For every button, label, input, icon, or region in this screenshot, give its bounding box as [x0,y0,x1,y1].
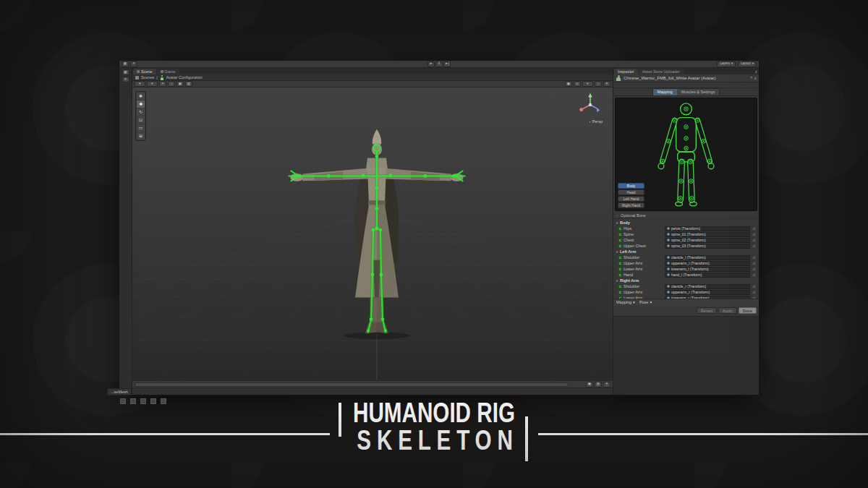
view-menu-icon[interactable]: ≡ [603,81,610,87]
object-picker-icon[interactable]: ⊙ [752,267,757,271]
object-picker-icon[interactable]: ⊙ [752,238,757,242]
bone-object-value: clavicle_l (Transform) [671,255,706,260]
bone-object-field[interactable]: clavicle_r (Transform) [665,284,750,289]
avatar-gizmo-icon[interactable]: ◎ [574,81,581,87]
bone-object-field[interactable]: lowerarm_l (Transform) [665,267,750,272]
split-view-icon[interactable]: ▥ [595,382,602,388]
object-picker-icon[interactable]: ⊙ [752,284,757,288]
scene-viewport-canvas[interactable] [132,87,613,380]
bone-object-field[interactable]: upperarm_r (Transform) [665,290,750,295]
scene-axis-gizmo[interactable] [576,91,604,119]
asset-thumbnail[interactable] [161,398,166,404]
bone-object-field[interactable]: upperarm_l (Transform) [665,261,750,266]
move-tool[interactable]: ✚ [137,100,145,108]
bone-section-header[interactable]: ▼Right Arm [613,278,759,283]
inspector-menu-icon[interactable]: ≡ [755,69,757,74]
chevron-down-icon: ▾ [633,300,635,304]
scene-viewport[interactable]: ✱✚↻⊡▭⊞ ‹ Persp [132,87,613,380]
object-picker-icon[interactable]: ⊙ [752,261,757,265]
rect-tool[interactable]: ▭ [137,124,145,132]
bone-configured-icon [618,239,622,242]
asset-thumbnail[interactable] [130,398,136,404]
bone-object-field[interactable]: spine_03 (Transform) [665,244,750,249]
lock-icon[interactable]: ▣ [586,382,593,388]
scale-tool[interactable]: ⊡ [137,116,145,124]
panel-grid-icon[interactable]: ▦ [122,69,129,75]
gizmos-dropdown[interactable]: ▾ [582,81,593,87]
apply-button[interactable]: Apply [718,307,737,314]
rotate-tool[interactable]: ↻ [137,108,145,116]
done-button[interactable]: Done [739,307,757,314]
avatar-part-button-head[interactable]: Head [618,189,644,195]
camera-icon[interactable]: ▣ [565,81,572,87]
bone-object-field[interactable]: pelvis (Transform) [665,226,750,231]
context-menu-icon[interactable]: ≡ [754,76,757,80]
help-icon[interactable]: ? [750,76,752,80]
tab-scene[interactable]: Scene [133,69,156,74]
view-options-dropdown[interactable]: ▾ [147,81,158,87]
asset-thumbnail[interactable] [120,398,126,404]
audio-toggle-icon[interactable]: ♪ [168,81,175,87]
object-picker-icon[interactable]: ⊙ [752,226,757,231]
play-button[interactable]: ► [427,61,435,67]
panel-list-icon[interactable]: ≡ [122,77,129,82]
scene-bottom-bar: ▣▥≡ [132,380,613,388]
optional-bone-row: ○ Optional Bone [613,213,759,219]
asset-thumbnail[interactable] [150,398,156,404]
panel-menu-icon[interactable]: ≡ [603,382,610,388]
avatar-part-buttons: BodyHeadLeft HandRight Hand [618,183,644,208]
asset-path-field[interactable] [135,382,569,387]
tab-game[interactable]: Game [157,69,179,74]
transform-tool[interactable]: ⊞ [137,132,145,140]
tab-asset-store-uploader[interactable]: Asset Store Uploader [639,69,684,74]
draw-mode-dropdown[interactable]: ▾ [135,81,145,87]
tab-inspector[interactable]: Inspector [614,69,638,74]
inspector-title: Chinese_Warrior_FMB_full_White Avatar (A… [624,76,748,80]
bone-object-field[interactable]: clavicle_l (Transform) [665,255,750,260]
scene-panel: Scene Game Scenes | Avatar Configuration… [132,68,613,395]
scene-toolbar: ▾▾☀♪▣▤ ▣◎▾○≡ [132,81,613,87]
object-picker-icon[interactable]: ⊙ [752,232,757,236]
bone-row: Upper Chestspine_03 (Transform)⊙ [613,243,759,249]
projection-label[interactable]: ‹ Persp [590,119,603,124]
revert-button[interactable]: Revert [697,307,717,314]
bone-object-field[interactable]: spine_02 (Transform) [665,238,750,243]
layers-dropdown[interactable]: Layers▾ [717,61,736,67]
asset-thumbnail[interactable] [140,398,146,404]
pause-button[interactable]: ‖ [435,61,443,67]
avatar-part-button-left-hand[interactable]: Left Hand [618,196,644,202]
hidden-objects-icon[interactable]: ▤ [185,81,192,87]
bone-section-header[interactable]: ▼Left Arm [613,249,759,254]
breadcrumb-root[interactable]: Scenes [141,75,154,80]
object-picker-icon[interactable]: ⊙ [752,290,757,294]
avatar-part-button-body[interactable]: Body [618,183,644,189]
chevron-down-icon: ▾ [650,300,652,304]
avatar-part-button-right-hand[interactable]: Right Hand [618,202,644,208]
object-picker-icon[interactable]: ⊙ [752,273,757,277]
tab-mapping[interactable]: Mapping [653,89,677,95]
bone-row: Upper Armupperarm_l (Transform)⊙ [613,260,759,266]
bone-object-field[interactable]: spine_01 (Transform) [665,232,750,237]
bone-row: Shoulderclavicle_l (Transform)⊙ [613,254,759,260]
search-icon[interactable]: ○ [595,81,602,87]
step-button[interactable]: ►| [443,61,451,67]
effects-toggle-icon[interactable]: ▣ [176,81,184,87]
hand-tool[interactable]: ✱ [137,93,145,100]
bone-object-field[interactable]: hand_l (Transform) [665,273,750,278]
tab-muscles-settings[interactable]: Muscles & Settings [677,89,720,95]
lighting-toggle-icon[interactable]: ☀ [159,81,166,87]
avatar-mapping-diagram[interactable]: BodyHeadLeft HandRight Hand [615,98,757,211]
bone-section-header[interactable]: ▼Body [613,220,759,226]
scene-status-bar [132,388,613,395]
transform-tool-column: ✱✚↻⊡▭⊞ [135,91,146,141]
caption-title-line1: HUMANOID RIG [321,399,547,427]
pose-dropdown[interactable]: Pose▾ [639,300,652,304]
mapping-dropdown[interactable]: Mapping▾ [616,300,635,304]
object-picker-icon[interactable]: ⊙ [752,244,757,248]
menu-icon[interactable]: ≡ [130,61,137,67]
object-picker-icon[interactable]: ⊙ [752,255,757,260]
grid-icon[interactable]: ▦ [122,61,129,67]
breadcrumb-current[interactable]: Avatar Configuration [166,75,203,80]
layout-dropdown[interactable]: Layout▾ [738,61,757,67]
bone-label: Hand [624,273,663,277]
